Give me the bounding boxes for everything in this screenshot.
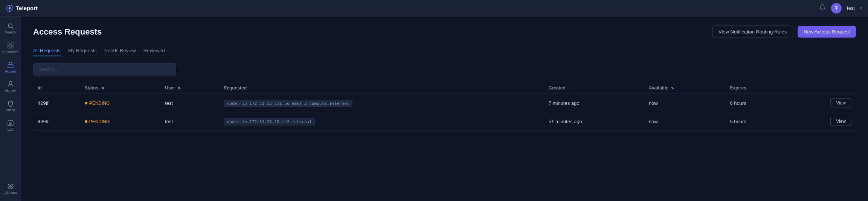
table-header: Id Status ⇅ User ⇅ Requested [33, 82, 856, 94]
cell-status: PENDING [80, 112, 161, 131]
svg-rect-7 [11, 43, 13, 45]
svg-line-5 [12, 27, 13, 29]
tab-reviewed[interactable]: Reviewed [143, 45, 165, 56]
cell-status: PENDING [80, 94, 161, 112]
col-requested: Requested [219, 82, 544, 94]
col-expires: Expires [725, 82, 785, 94]
sidebar-item-audit-label: Audit [6, 128, 14, 132]
cell-id: 429ff [33, 94, 80, 112]
main-content: Access Requests View Notification Routin… [21, 17, 868, 201]
top-nav: Teleport T test ▾ [0, 0, 868, 17]
search-input[interactable] [33, 63, 176, 76]
user-name: test [847, 5, 855, 11]
audit-icon [7, 120, 14, 127]
resource-tag: node: ip-172-31-26-26.ec2.internal [224, 118, 315, 125]
sidebar-item-policy[interactable]: Policy [1, 97, 20, 115]
sidebar-item-identity[interactable]: Identity [1, 78, 20, 96]
cell-created: 51 minutes ago [544, 112, 644, 131]
cell-requested: node: ip-172-31-12-211.us-east-2.compute… [219, 94, 544, 112]
sidebar-item-audit[interactable]: Audit [1, 117, 20, 135]
status-dot [85, 102, 87, 104]
col-id: Id [33, 82, 80, 94]
svg-rect-6 [8, 43, 10, 45]
sort-icon-created: ↓ [568, 86, 570, 90]
view-button[interactable]: View [830, 117, 851, 126]
cell-action: View [785, 112, 856, 131]
access-requests-table: Id Status ⇅ User ⇅ Requested [33, 82, 856, 131]
cell-created: 7 minutes ago [544, 94, 644, 112]
cell-id: f686f [33, 112, 80, 131]
logo-text: Teleport [16, 5, 38, 11]
tab-my-requests[interactable]: My Requests [68, 45, 97, 56]
chevron-down-icon[interactable]: ▾ [860, 6, 862, 10]
sort-icon-status: ⇅ [101, 86, 104, 90]
sidebar-item-search-label: Search [5, 30, 16, 35]
avatar[interactable]: T [831, 3, 842, 14]
page-header: Access Requests View Notification Routin… [33, 26, 856, 38]
svg-point-1 [9, 7, 11, 9]
resource-tag: node: ip-172-31-12-211.us-east-2.compute… [224, 100, 353, 107]
teleport-logo-icon [6, 5, 14, 12]
identity-icon [7, 81, 14, 88]
col-user[interactable]: User ⇅ [160, 82, 219, 94]
cell-available: now [644, 112, 726, 131]
sidebar: Search Resources Access Identity [0, 17, 21, 201]
top-nav-right: T test ▾ [819, 3, 862, 14]
cell-requested: node: ip-172-31-26-26.ec2.internal [219, 112, 544, 131]
sidebar-item-access-label: Access [5, 70, 16, 74]
tabs: All Requests My Requests Needs Review Re… [33, 45, 856, 56]
tab-needs-review[interactable]: Needs Review [104, 45, 136, 56]
sidebar-item-policy-label: Policy [6, 108, 15, 112]
cell-expires: 5 hours [725, 112, 785, 131]
page-title: Access Requests [33, 27, 102, 37]
logo[interactable]: Teleport [6, 5, 38, 12]
sidebar-item-identity-label: Identity [5, 89, 16, 93]
new-access-request-button[interactable]: New Access Request [798, 26, 856, 38]
col-created[interactable]: Created ↓ [544, 82, 644, 94]
add-new-button[interactable]: Add New [1, 180, 20, 198]
svg-rect-9 [11, 46, 13, 48]
svg-rect-8 [8, 46, 10, 48]
sort-icon-available: ⇅ [671, 86, 674, 90]
status-dot [85, 120, 87, 123]
search-icon [7, 23, 14, 29]
header-actions: View Notification Routing Rules New Acce… [712, 26, 856, 38]
sidebar-item-access[interactable]: Access [1, 59, 20, 77]
col-available[interactable]: Available ⇅ [644, 82, 726, 94]
tab-all-requests[interactable]: All Requests [33, 45, 61, 56]
sidebar-item-resources[interactable]: Resources [1, 39, 20, 57]
cell-action: View [785, 94, 856, 112]
bell-icon[interactable] [819, 4, 826, 12]
access-icon [7, 62, 14, 68]
add-new-label: Add New [3, 191, 17, 195]
table-row: 429ff PENDING test node: ip-172-31-12-21… [33, 94, 856, 112]
status-label: PENDING [89, 101, 110, 106]
resources-icon [7, 42, 14, 49]
sidebar-item-resources-label: Resources [2, 50, 18, 54]
sidebar-item-search[interactable]: Search [1, 20, 20, 38]
status-label: PENDING [89, 119, 110, 124]
cell-available: now [644, 94, 726, 112]
view-routing-rules-button[interactable]: View Notification Routing Rules [712, 26, 793, 38]
add-icon [7, 183, 14, 190]
svg-rect-10 [8, 65, 13, 68]
app-body: Search Resources Access Identity [0, 17, 868, 201]
search-bar [33, 63, 856, 76]
cell-user: test [160, 94, 219, 112]
view-button[interactable]: View [830, 98, 851, 107]
policy-icon [7, 100, 14, 107]
cell-expires: 6 hours [725, 94, 785, 112]
table-body: 429ff PENDING test node: ip-172-31-12-21… [33, 94, 856, 131]
svg-point-4 [8, 24, 12, 28]
table-row: f686f PENDING test node: ip-172-31-26-26… [33, 112, 856, 131]
cell-user: test [160, 112, 219, 131]
col-actions [785, 82, 856, 94]
table-wrap: Id Status ⇅ User ⇅ Requested [33, 82, 856, 131]
sort-icon-user: ⇅ [178, 86, 181, 90]
col-status[interactable]: Status ⇅ [80, 82, 161, 94]
